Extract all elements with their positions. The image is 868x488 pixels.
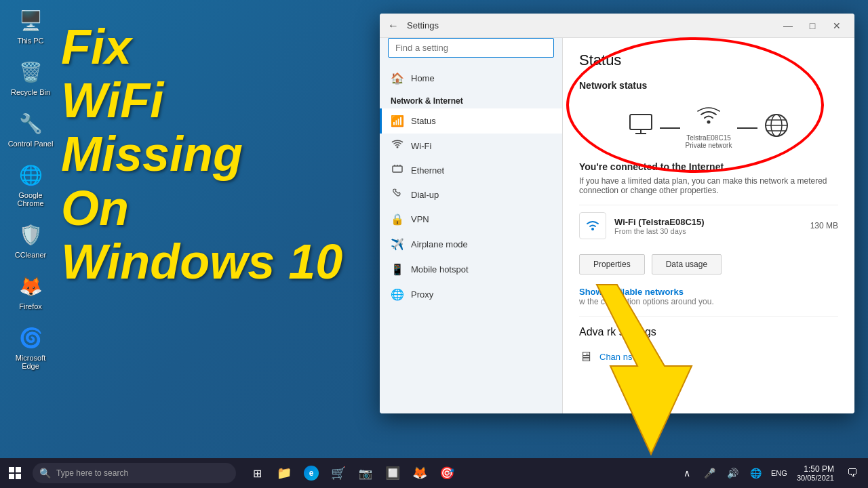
settings-sidebar: 🏠 Home Network & Internet 📶 Status	[380, 38, 563, 413]
action-buttons: Properties Data usage	[579, 254, 838, 274]
firefox-label: Firefox	[19, 302, 42, 310]
status-label: Status	[411, 116, 436, 126]
taskbar-pinned-apps: ⊞ 📁 e 🛒 📷 🔲 🦊 🎯	[244, 460, 460, 486]
properties-button[interactable]: Properties	[579, 254, 645, 274]
recycle-bin-icon[interactable]: 🗑️ Recycle Bin	[7, 58, 54, 96]
wifi-row-icon	[579, 212, 606, 239]
sidebar-item-vpn[interactable]: 🔒 VPN	[380, 207, 562, 232]
tray-volume[interactable]: 🔊	[724, 458, 743, 488]
wifi-name: Wi-Fi (TelstraE08C15)	[614, 217, 810, 227]
taskview-button[interactable]: ⊞	[244, 460, 270, 486]
svg-rect-1	[393, 166, 402, 172]
firefox-taskbar-button[interactable]: 🦊	[407, 460, 433, 486]
change-label: Chan ns	[599, 352, 632, 362]
connected-sub: If you have a limited data plan, you can…	[579, 176, 838, 195]
internet-item	[763, 112, 790, 144]
data-usage-button[interactable]: Data usage	[652, 254, 722, 274]
start-button[interactable]	[0, 458, 30, 488]
sidebar-item-ethernet[interactable]: Ethernet	[380, 158, 562, 182]
snagit-icon: 📷	[359, 467, 372, 480]
svg-point-0	[397, 146, 399, 148]
chrome-icon[interactable]: 🌐 Google Chrome	[7, 161, 54, 207]
network-status-label: Network status	[579, 80, 838, 91]
firefox-taskbar-icon: 🦊	[412, 466, 427, 481]
this-pc-label: This PC	[17, 37, 43, 45]
wifi-row: Wi-Fi (TelstraE08C15) From the last 30 d…	[579, 205, 838, 246]
control-panel-icon[interactable]: 🔧 Control Panel	[7, 110, 54, 148]
system-tray: ∧ 🎤 🔊 🌐 ENG 1:50 PM 30/05/2021 🗨	[677, 458, 868, 488]
fileexplorer-button[interactable]: 📁	[271, 460, 297, 486]
wifi-info: Wi-Fi (TelstraE08C15) From the last 30 d…	[614, 217, 810, 235]
this-pc-icon[interactable]: 🖥️ This PC	[7, 7, 54, 45]
svg-rect-18	[9, 474, 14, 479]
chrome-image: 🌐	[17, 161, 44, 188]
slideshow-button[interactable]: 🎯	[434, 460, 460, 486]
this-pc-image: 🖥️	[17, 7, 44, 34]
firefox-icon[interactable]: 🦊 Firefox	[7, 272, 54, 310]
wifi-data: 130 MB	[810, 221, 838, 230]
dialup-label: Dial-up	[411, 190, 439, 200]
ccleaner-icon[interactable]: 🛡️ CCleaner	[7, 221, 54, 259]
sidebar-item-hotspot[interactable]: 📱 Mobile hotspot	[380, 257, 562, 282]
sidebar-item-status[interactable]: 📶 Status	[380, 108, 562, 134]
airplane-icon: ✈️	[391, 238, 404, 251]
change-icon: 🖥	[579, 349, 593, 365]
minimize-button[interactable]: —	[778, 16, 797, 35]
proxy-icon: 🌐	[391, 288, 404, 301]
svg-point-14	[591, 228, 594, 230]
search-input[interactable]	[388, 38, 554, 58]
show-networks-link[interactable]: Show available networks	[579, 287, 838, 297]
system-clock[interactable]: 1:50 PM 30/05/2021	[793, 464, 838, 482]
window-controls: — □ ✕	[778, 16, 846, 35]
settings-content: Status Network status	[563, 38, 854, 413]
advanced-settings-title: Adva rk settings	[579, 316, 838, 338]
ethernet-icon	[391, 164, 404, 176]
taskbar-search[interactable]: 🔍 Type here to search	[33, 463, 236, 483]
tray-mic[interactable]: 🎤	[701, 458, 719, 488]
tray-lang[interactable]: ENG	[770, 458, 789, 488]
section-label: Network & Internet	[380, 91, 562, 108]
back-button[interactable]: ←	[388, 20, 399, 32]
computer-icon	[627, 113, 654, 143]
title-line3: Missing	[61, 127, 342, 181]
network-diagram: TelstraE08C15 Private network	[579, 100, 838, 156]
title-line5: Windows 10	[61, 235, 342, 289]
network-type-label: Private network	[686, 142, 732, 149]
title-bar: ← Settings — □ ✕	[380, 14, 854, 38]
dialup-icon	[391, 188, 404, 201]
maximize-button[interactable]: □	[803, 16, 822, 35]
vpn-label: VPN	[411, 214, 429, 224]
device-label: TelstraE08C15	[686, 134, 732, 142]
control-panel-image: 🔧	[17, 110, 44, 137]
search-box	[388, 38, 554, 58]
svg-rect-19	[16, 474, 21, 479]
sidebar-item-home[interactable]: 🏠 Home	[380, 66, 562, 91]
clock-time: 1:50 PM	[804, 464, 834, 474]
tray-expand[interactable]: ∧	[677, 458, 696, 488]
wifi-sub: From the last 30 days	[614, 227, 810, 235]
sidebar-item-wifi[interactable]: Wi-Fi	[380, 134, 562, 158]
svg-rect-5	[630, 115, 652, 129]
office-icon: 🔲	[385, 466, 400, 481]
taskbar-search-icon: 🔍	[39, 468, 51, 479]
sidebar-item-proxy[interactable]: 🌐 Proxy	[380, 282, 562, 307]
desktop-icons: 🖥️ This PC 🗑️ Recycle Bin 🔧 Control Pane…	[7, 7, 54, 370]
edge-icon[interactable]: 🌀 Microsoft Edge	[7, 324, 54, 370]
close-button[interactable]: ✕	[827, 16, 846, 35]
proxy-label: Proxy	[411, 289, 433, 300]
sidebar-item-dialup[interactable]: Dial-up	[380, 182, 562, 207]
show-networks-sub: w the connection options around you.	[579, 297, 838, 306]
notification-button[interactable]: 🗨	[842, 458, 863, 488]
change-adaptor-row[interactable]: 🖥 Chan ns	[579, 345, 838, 369]
sidebar-item-airplane[interactable]: ✈️ Airplane mode	[380, 232, 562, 257]
snagit-button[interactable]: 📷	[353, 460, 378, 486]
office-button[interactable]: 🔲	[380, 460, 406, 486]
ethernet-label: Ethernet	[411, 165, 444, 176]
wifi-nav-label: Wi-Fi	[411, 141, 431, 151]
store-button[interactable]: 🛒	[326, 460, 351, 486]
title-line1: Fix	[61, 20, 342, 74]
edge-taskbar-button[interactable]: e	[298, 460, 324, 486]
computer-item	[627, 113, 654, 143]
tray-network[interactable]: 🌐	[747, 458, 766, 488]
settings-window: ← Settings — □ ✕ 🏠 Home Network & Intern…	[380, 14, 854, 413]
